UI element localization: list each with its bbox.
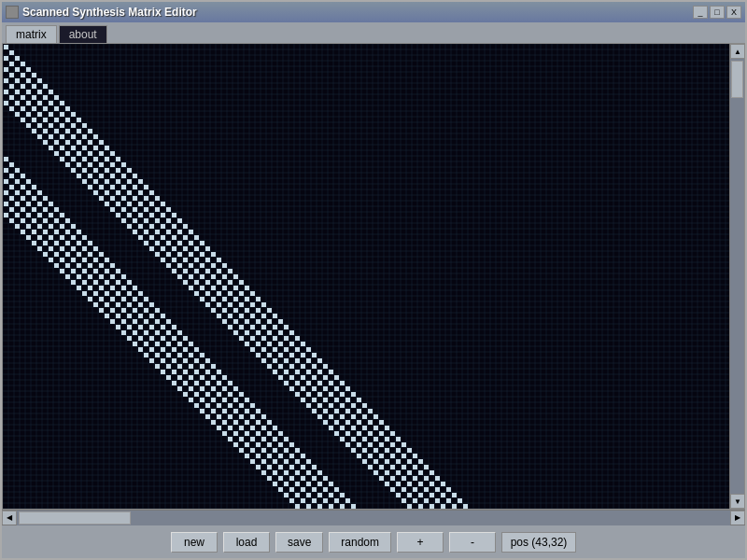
close-button[interactable]: X [726, 6, 741, 19]
window-title: Scanned Synthesis Matrix Editor [22, 6, 197, 19]
matrix-canvas[interactable] [3, 44, 729, 509]
scroll-thumb-vertical[interactable] [731, 61, 743, 98]
scroll-track-vertical[interactable] [730, 59, 744, 494]
save-button[interactable]: save [275, 532, 323, 553]
scroll-right-button[interactable]: ▶ [730, 511, 745, 525]
tab-about[interactable]: about [59, 25, 107, 43]
matrix-area[interactable] [3, 44, 729, 509]
minimize-button[interactable]: _ [693, 6, 708, 19]
main-window: Scanned Synthesis Matrix Editor _ □ X ma… [0, 0, 747, 560]
bottom-toolbar: new load save random + - pos (43,32) [2, 525, 745, 558]
new-button[interactable]: new [171, 532, 218, 553]
tabs-bar: matrix about [2, 22, 745, 43]
zoom-in-button[interactable]: + [397, 532, 444, 553]
random-button[interactable]: random [329, 532, 391, 553]
title-bar: Scanned Synthesis Matrix Editor _ □ X [2, 2, 745, 22]
maximize-button[interactable]: □ [710, 6, 725, 19]
window-icon [6, 6, 19, 19]
scroll-thumb-horizontal[interactable] [19, 511, 131, 525]
title-bar-left: Scanned Synthesis Matrix Editor [6, 6, 197, 19]
position-display: pos (43,32) [501, 532, 576, 553]
scroll-left-button[interactable]: ◀ [2, 511, 17, 525]
scroll-down-button[interactable]: ▼ [730, 494, 745, 509]
scrollbar-vertical: ▲ ▼ [729, 44, 744, 509]
scroll-track-horizontal[interactable] [17, 511, 730, 525]
main-content: ▲ ▼ [2, 43, 745, 510]
tab-matrix[interactable]: matrix [6, 25, 57, 43]
load-button[interactable]: load [223, 532, 270, 553]
window-controls: _ □ X [693, 6, 741, 19]
scroll-up-button[interactable]: ▲ [730, 44, 745, 59]
scrollbar-horizontal: ◀ ▶ [2, 510, 745, 525]
zoom-out-button[interactable]: - [449, 532, 496, 553]
